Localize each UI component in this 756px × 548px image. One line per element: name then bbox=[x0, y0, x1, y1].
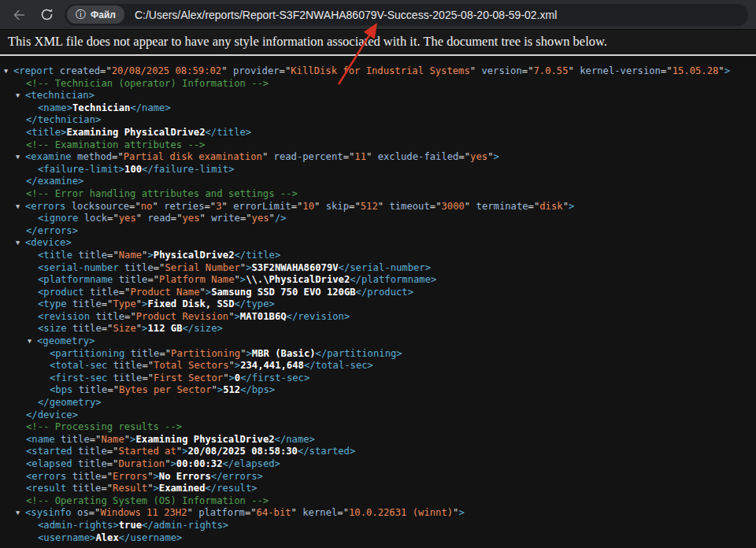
reload-icon bbox=[39, 7, 54, 22]
xml-comment-line: <!-- Technician (operator) Information -… bbox=[0, 78, 756, 91]
collapse-toggle-icon[interactable]: ▼ bbox=[16, 237, 25, 250]
xml-line: ▼<geometry> bbox=[0, 335, 756, 348]
xml-line: </examine> bbox=[0, 176, 756, 188]
xml-line: <result title="Result">Examined</result> bbox=[0, 483, 756, 495]
xml-line: <ignore lock="yes" read="yes" write="yes… bbox=[0, 213, 756, 225]
collapse-toggle-icon[interactable]: ▼ bbox=[16, 90, 25, 102]
xml-line: <name title="Name">Examining PhysicalDri… bbox=[0, 434, 756, 446]
file-scheme-chip[interactable]: ⓘ Файл bbox=[67, 6, 124, 24]
xml-line: ▼<sysinfo os="Windows 11 23H2" platform=… bbox=[0, 507, 756, 520]
xml-comment-line: <!-- Operating System (OS) Information -… bbox=[0, 495, 756, 508]
browser-toolbar: ⓘ Файл C:/Users/Alex/reports/Report-S3F2… bbox=[0, 0, 756, 30]
xml-line: </errors> bbox=[0, 225, 756, 238]
xml-line: <admin-rights>true</admin-rights> bbox=[0, 520, 756, 532]
xml-line: <title title="Name">PhysicalDrive2</titl… bbox=[0, 250, 756, 262]
xml-line: <elapsed title="Duration">00:00:32</elap… bbox=[0, 458, 756, 471]
collapse-toggle-icon[interactable]: ▼ bbox=[16, 507, 25, 520]
xml-style-notice: This XML file does not appear to have an… bbox=[0, 30, 756, 56]
collapse-toggle-icon[interactable]: ▼ bbox=[28, 335, 37, 348]
xml-line: ▼<errors locksource="no" retries="3" err… bbox=[0, 201, 756, 213]
xml-line: </geometry> bbox=[0, 397, 756, 409]
xml-line: <type title="Type">Fixed Disk, SSD</type… bbox=[0, 298, 756, 311]
xml-comment-line: <!-- Examination attributes --> bbox=[0, 139, 756, 152]
url-bar[interactable]: ⓘ Файл C:/Users/Alex/reports/Report-S3F2… bbox=[65, 4, 748, 26]
xml-comment-line: <!-- Error handling attributes and setti… bbox=[0, 188, 756, 201]
xml-line: <started title="Started at">20/08/2025 0… bbox=[0, 446, 756, 458]
xml-line: <partitioning title="Partitioning">MBR (… bbox=[0, 348, 756, 361]
reload-button[interactable] bbox=[36, 5, 57, 25]
xml-line: ▼<device> bbox=[0, 237, 756, 250]
xml-line: </technician> bbox=[0, 114, 756, 127]
xml-line: <bps title="Bytes per Sector">512</bps> bbox=[0, 384, 756, 397]
xml-line: <errors title="Errors">No Errors</errors… bbox=[0, 471, 756, 483]
xml-line: <total-sec title="Total Sectors">234,441… bbox=[0, 360, 756, 372]
xml-comment-line: <!-- Processing results --> bbox=[0, 421, 756, 434]
xml-line: <platformname title="Platform Name">\\.\… bbox=[0, 274, 756, 287]
xml-line: <size title="Size">112 GB</size> bbox=[0, 323, 756, 335]
info-icon: ⓘ bbox=[76, 8, 86, 22]
back-button[interactable] bbox=[8, 5, 28, 25]
xml-line: </device> bbox=[0, 409, 756, 422]
file-chip-label: Файл bbox=[91, 9, 116, 20]
xml-line: <username>Alex</username> bbox=[0, 532, 756, 545]
xml-document-tree: ▼<report created="20/08/2025 08:59:02" p… bbox=[0, 56, 756, 544]
xml-line: <first-sec title="First Sector">0</first… bbox=[0, 372, 756, 385]
xml-line: <product title="Product Name">Samsung SS… bbox=[0, 287, 756, 299]
collapse-toggle-icon[interactable]: ▼ bbox=[4, 65, 13, 78]
xml-line: ▼<technician> bbox=[0, 90, 756, 102]
collapse-toggle-icon[interactable]: ▼ bbox=[16, 201, 25, 213]
xml-line: <revision title="Product Revision">MAT01… bbox=[0, 311, 756, 324]
back-arrow-icon bbox=[10, 7, 26, 23]
collapse-toggle-icon[interactable]: ▼ bbox=[16, 151, 25, 164]
xml-line: <name>Technician</name> bbox=[0, 102, 756, 115]
xml-line: ▼<report created="20/08/2025 08:59:02" p… bbox=[0, 65, 756, 78]
xml-line: <title>Examining PhysicalDrive2</title> bbox=[0, 127, 756, 139]
xml-line: <serial-number title="Serial Number">S3F… bbox=[0, 262, 756, 275]
xml-line: <failure-limit>100</failure-limit> bbox=[0, 164, 756, 176]
url-text[interactable]: C:/Users/Alex/reports/Report-S3F2NWAHA86… bbox=[135, 9, 557, 21]
xml-line: ▼<examine method="Partial disk examinati… bbox=[0, 151, 756, 164]
